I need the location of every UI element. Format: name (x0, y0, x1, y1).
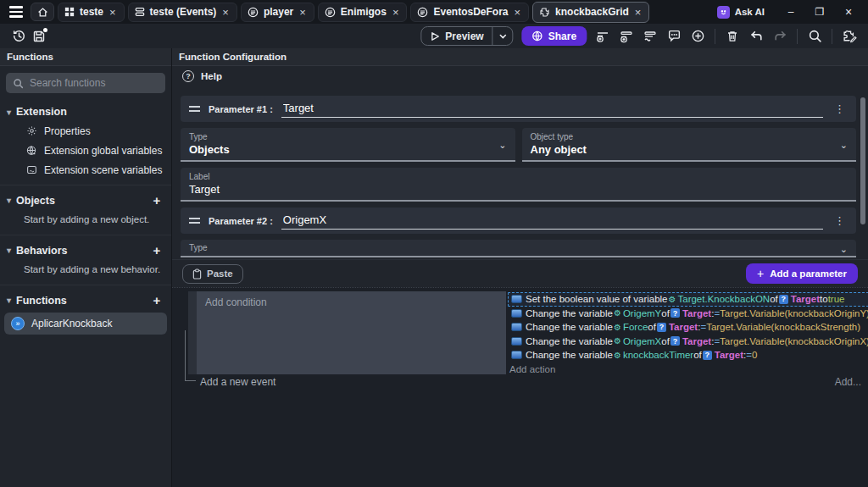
sidebar-item-extension-global-variables[interactable]: Extension global variables (0, 141, 171, 160)
preview-button[interactable]: Preview (420, 26, 513, 46)
save-icon[interactable] (29, 26, 49, 47)
functions-section-header[interactable]: ▾ Functions + (0, 289, 171, 311)
add-event-icon[interactable] (640, 26, 660, 47)
minimize-button[interactable]: – (776, 6, 805, 18)
parameter-1-row[interactable]: Parameter #1 : ⋮ (181, 96, 856, 122)
extension-section: ▾ Extension Properties Extension global … (0, 98, 171, 185)
close-tab-icon[interactable]: × (634, 6, 643, 19)
action-text-segment: Target.Variable(knockbackStrength) (706, 322, 860, 332)
event-action-row[interactable]: Change the variable ⚙OrigemY of ?Target:… (508, 307, 868, 321)
preview-options-chevron[interactable] (492, 27, 513, 45)
kebab-menu-icon[interactable]: ⋮ (832, 214, 848, 227)
clipboard-icon (192, 268, 202, 279)
tab-teste-events[interactable]: teste (Events) × (128, 3, 237, 22)
restore-button[interactable]: ❐ (805, 6, 834, 18)
action-type-icon (511, 295, 522, 303)
close-tab-icon[interactable]: × (514, 6, 522, 19)
search-functions-input[interactable] (30, 77, 140, 89)
add-function-button[interactable]: + (149, 293, 164, 307)
toolbar: Preview Share (0, 24, 868, 48)
behaviors-section-header[interactable]: ▾ Behaviors + (0, 239, 171, 261)
objects-section-header[interactable]: ▾ Objects + (0, 189, 171, 211)
add-behavior-button[interactable]: + (149, 243, 164, 257)
sidebar-item-aplicarknockback[interactable]: » AplicarKnockback (4, 313, 167, 335)
parameter-2-name-input[interactable] (281, 212, 823, 230)
add-action-icon[interactable] (616, 26, 637, 47)
type-select[interactable]: Type Objects ⌄ (181, 128, 515, 162)
action-type-icon (511, 323, 522, 331)
undo-icon[interactable] (746, 26, 766, 47)
main-menu-icon[interactable] (5, 3, 27, 21)
action-text-segment: of (648, 322, 656, 332)
edit-extension-icon[interactable] (839, 26, 860, 47)
help-link[interactable]: Help (201, 71, 222, 81)
add-action-link[interactable]: Add action (508, 364, 868, 374)
add-more-link[interactable]: Add... (835, 376, 861, 388)
add-new-event-link[interactable]: Add a new event (200, 376, 275, 388)
sidebar-item-extension-scene-variables[interactable]: Extension scene variables (0, 160, 171, 180)
variable-icon: ⚙ (614, 323, 621, 332)
conditions-panel[interactable]: Add condition (197, 291, 506, 374)
scene-variables-icon (25, 164, 37, 175)
kebab-menu-icon[interactable]: ⋮ (832, 102, 848, 115)
tab-knockbackgrid[interactable]: knockbackGrid × (532, 2, 649, 23)
item-label: Extension global variables (44, 145, 162, 157)
close-tab-icon[interactable]: × (108, 6, 117, 19)
comment-icon[interactable] (664, 26, 684, 47)
behaviors-empty-text: Start by adding a new behavior. (0, 261, 171, 279)
search-icon (13, 78, 24, 89)
add-condition-icon[interactable] (593, 26, 613, 47)
event-action-row[interactable]: Change the variable ⚙knockbackTimer of ?… (508, 348, 868, 362)
share-button[interactable]: Share (522, 26, 587, 46)
search-icon[interactable] (804, 26, 825, 47)
add-parameter-button[interactable]: + Add a parameter (746, 263, 858, 284)
add-condition-link[interactable]: Add condition (205, 296, 267, 308)
extension-section-header[interactable]: ▾ Extension (0, 102, 171, 121)
tab-player[interactable]: player × (241, 3, 314, 22)
add-object-button[interactable]: + (149, 193, 164, 208)
object-type-select[interactable]: Object type Any object ⌄ (522, 128, 857, 162)
event-action-row[interactable]: Change the variable ⚙Force of ?Target: =… (508, 320, 868, 335)
home-tab[interactable] (31, 3, 54, 21)
vertical-scrollbar[interactable] (860, 97, 865, 224)
paste-label: Paste (207, 268, 233, 279)
sidebar-item-properties[interactable]: Properties (0, 121, 171, 141)
parameter-label: Parameter #2 : (209, 216, 273, 226)
event-action-row[interactable]: Change the variable ⚙OrigemX of ?Target:… (508, 335, 868, 349)
section-label: Behaviors (16, 245, 67, 257)
close-tab-icon[interactable]: × (392, 6, 400, 19)
parameters-footer: Paste + Add a parameter (172, 259, 868, 287)
objects-empty-text: Start by adding a new object. (0, 211, 171, 230)
search-functions-box[interactable] (6, 73, 165, 93)
tab-eventosdefora[interactable]: EventosDeFora × (410, 3, 529, 22)
tab-teste[interactable]: teste × (58, 3, 125, 22)
paste-button[interactable]: Paste (182, 264, 243, 284)
history-icon[interactable] (8, 26, 29, 47)
parameter-2-row[interactable]: Parameter #2 : ⋮ (181, 208, 856, 234)
toolbar-separator (797, 29, 798, 44)
delete-icon[interactable] (722, 26, 743, 47)
add-circle-icon[interactable] (687, 26, 708, 47)
action-type-icon (511, 309, 522, 318)
section-label: Functions (16, 295, 67, 307)
event-block[interactable]: Add condition Set the boolean value of v… (188, 291, 865, 374)
drag-handle-icon[interactable] (189, 218, 200, 224)
external-events-tab-icon (417, 7, 428, 18)
action-text-segment: Target (682, 336, 711, 346)
close-tab-icon[interactable]: × (298, 6, 307, 19)
type-select-partial[interactable]: Type ⌄ (181, 240, 856, 257)
close-tab-icon[interactable]: × (221, 6, 230, 19)
action-text-segment: of (661, 336, 670, 346)
tab-enimigos[interactable]: Enimigos × (318, 3, 408, 22)
action-text-segment: = (714, 336, 720, 346)
event-action-row[interactable]: Set the boolean value of variable ⚙Targe… (508, 292, 868, 307)
action-text-segment: Target (682, 308, 711, 318)
parameter-1-name-input[interactable] (281, 100, 823, 118)
field-value: Objects (189, 143, 507, 156)
label-field[interactable]: Label Target (181, 168, 856, 202)
drag-handle-icon[interactable] (189, 106, 200, 112)
action-text-segment: Change the variable (526, 350, 613, 360)
close-window-button[interactable]: × (834, 5, 863, 19)
redo-icon[interactable] (770, 26, 790, 47)
ask-ai-button[interactable]: Ask AI (717, 6, 765, 19)
